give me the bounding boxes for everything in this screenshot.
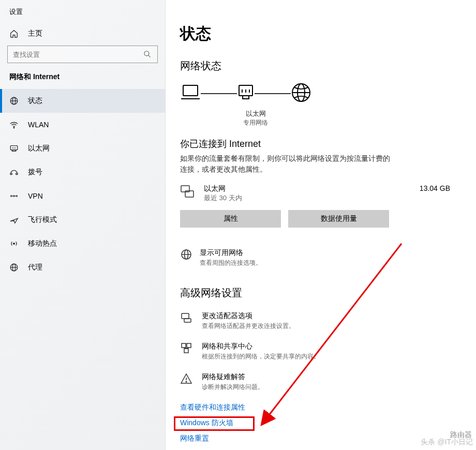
adapter-icon [180, 311, 192, 326]
watermark: 头杀 @IT小日记 [421, 438, 473, 447]
sidebar-item-status[interactable]: 状态 [0, 89, 165, 113]
svg-rect-36 [182, 313, 189, 319]
svg-point-5 [13, 127, 14, 128]
show-networks-link[interactable]: 显示可用网络 查看周围的连接选项。 [180, 248, 397, 267]
status-icon [9, 96, 19, 106]
sidebar-item-proxy[interactable]: 代理 [0, 256, 165, 279]
home-label: 主页 [28, 29, 42, 38]
svg-rect-39 [187, 343, 191, 348]
sidebar-item-label: 代理 [28, 263, 42, 272]
hotspot-icon [9, 239, 19, 248]
ethernet-info-row: 以太网 最近 30 天内 13.04 GB [180, 184, 476, 203]
diagram-labels: 以太网 专用网络 [241, 109, 270, 127]
page-title: 状态 [180, 23, 476, 44]
sidebar-section-label: 网络和 Internet [0, 72, 165, 89]
sidebar-item-label: VPN [28, 192, 43, 200]
network-status-title: 网络状态 [180, 59, 476, 73]
home-link[interactable]: 主页 [0, 20, 165, 46]
diagram-line [201, 93, 237, 94]
ethernet-icon [180, 184, 195, 201]
sidebar-item-label: 状态 [28, 96, 42, 106]
search-icon [143, 50, 152, 59]
adapter-options-link[interactable]: 更改适配器选项 查看网络适配器并更改连接设置。 [180, 311, 439, 331]
sidebar-item-vpn[interactable]: VPN [0, 184, 165, 208]
globe-icon [291, 82, 311, 105]
data-usage-button[interactable]: 数据使用量 [288, 210, 389, 228]
svg-rect-7 [12, 150, 16, 152]
svg-rect-40 [184, 349, 188, 353]
laptop-icon [180, 83, 201, 104]
ethernet-usage: 13.04 GB [420, 184, 476, 192]
svg-rect-24 [243, 96, 249, 99]
available-networks-desc: 查看周围的连接选项。 [200, 259, 262, 267]
globe-icon [180, 248, 192, 263]
svg-point-18 [13, 243, 15, 245]
connected-title: 你已连接到 Internet [180, 138, 476, 150]
ethernet-port-icon [237, 83, 255, 104]
settings-sidebar: 设置 主页 网络和 Internet 状态 WLAN 以太网 拨号 [0, 0, 166, 450]
svg-rect-11 [10, 173, 12, 175]
sidebar-nav: 状态 WLAN 以太网 拨号 VPN 飞行模式 移动热点 代理 [0, 89, 165, 279]
svg-point-13 [10, 196, 11, 197]
ethernet-icon [9, 144, 19, 153]
sidebar-item-label: 飞行模式 [28, 215, 57, 224]
svg-line-1 [148, 55, 151, 57]
properties-button[interactable]: 属性 [180, 210, 281, 228]
warning-icon [180, 372, 192, 387]
svg-point-15 [16, 196, 17, 197]
svg-rect-38 [182, 343, 186, 348]
home-icon [9, 29, 19, 38]
search-input-container[interactable] [7, 46, 158, 63]
svg-point-44 [186, 381, 187, 382]
sharing-icon [180, 342, 192, 356]
main-content: 状态 网络状态 以太网 专用网络 你已连接到 Internet 如果你的流量套餐… [166, 0, 476, 450]
advanced-settings-title: 高级网络设置 [180, 286, 476, 300]
sidebar-item-airplane[interactable]: 飞行模式 [0, 208, 165, 232]
network-diagram [180, 82, 476, 105]
sidebar-item-label: 移动热点 [28, 239, 57, 248]
svg-rect-37 [184, 319, 191, 322]
proxy-icon [9, 263, 19, 272]
sidebar-item-ethernet[interactable]: 以太网 [0, 137, 165, 160]
dialup-icon [9, 168, 19, 177]
app-title: 设置 [0, 4, 165, 20]
wifi-icon [9, 120, 19, 129]
available-networks-title: 显示可用网络 [200, 248, 262, 258]
search-input[interactable] [13, 51, 143, 58]
vpn-icon [9, 191, 19, 201]
sidebar-item-dialup[interactable]: 拨号 [0, 160, 165, 184]
ethernet-name: 以太网 [204, 184, 242, 193]
sidebar-item-hotspot[interactable]: 移动热点 [0, 232, 165, 256]
hardware-properties-link[interactable]: 查看硬件和连接属性 [180, 403, 476, 412]
svg-point-0 [144, 51, 149, 56]
airplane-icon [9, 215, 19, 224]
sidebar-item-label: WLAN [28, 121, 49, 129]
sharing-center-link[interactable]: 网络和共享中心 根据所连接到的网络，决定要共享的内容。 [180, 342, 439, 361]
troubleshoot-link[interactable]: 网络疑难解答 诊断并解决网络问题。 [180, 372, 439, 392]
diagram-line [255, 93, 291, 94]
svg-rect-22 [183, 85, 198, 96]
sidebar-item-label: 拨号 [28, 168, 42, 177]
svg-point-14 [13, 196, 14, 197]
ethernet-recent: 最近 30 天内 [204, 193, 242, 203]
highlight-box [174, 416, 255, 431]
connected-description: 如果你的流量套餐有限制，则你可以将此网络设置为按流量计费的连接，或者更改其他属性… [180, 153, 392, 175]
svg-rect-12 [16, 173, 18, 175]
sidebar-item-wlan[interactable]: WLAN [0, 113, 165, 137]
sidebar-item-label: 以太网 [28, 144, 50, 153]
